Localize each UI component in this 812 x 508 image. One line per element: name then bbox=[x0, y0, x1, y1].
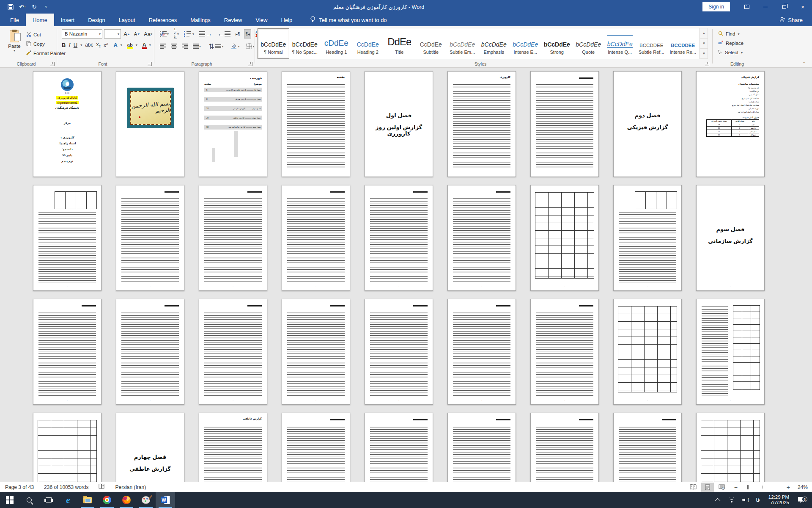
font-color-icon[interactable]: A bbox=[143, 42, 146, 48]
tab-review[interactable]: Review bbox=[217, 14, 249, 26]
page-thumbnail[interactable]: · bbox=[282, 413, 350, 482]
text-effects-icon[interactable]: A bbox=[113, 42, 117, 48]
bold-button[interactable]: B bbox=[62, 42, 66, 48]
tab-insert[interactable]: Insert bbox=[54, 14, 82, 26]
style-intense-ref[interactable]: BCCDDEEIntense Re... bbox=[667, 28, 699, 59]
page-thumbnail[interactable]: بسم الله الرحمن الرحیم bbox=[116, 71, 184, 177]
minimize-button[interactable] bbox=[756, 0, 775, 14]
collapse-ribbon-icon[interactable]: ⌃ bbox=[803, 61, 806, 66]
styles-dialog-launcher-icon[interactable] bbox=[705, 62, 709, 66]
underline-dropdown-icon[interactable]: ▾ bbox=[80, 43, 82, 47]
style-normal[interactable]: bCcDdEe¶ Normal bbox=[258, 28, 289, 59]
taskbar-button-edge[interactable]: e bbox=[58, 492, 78, 508]
web-layout-icon[interactable] bbox=[716, 483, 728, 492]
tray-language[interactable]: فا bbox=[752, 497, 763, 503]
page-thumbnail[interactable]: · bbox=[116, 299, 184, 405]
underline-button[interactable]: U bbox=[74, 42, 77, 48]
redo-icon[interactable]: ↻ bbox=[30, 2, 39, 11]
multilevel-list-icon[interactable]: ▾ bbox=[183, 29, 195, 39]
styles-more-icon[interactable]: ▼ bbox=[700, 49, 708, 59]
styles-scroll-up-icon[interactable]: ▲ bbox=[700, 28, 708, 39]
highlight-color-icon[interactable]: ab bbox=[127, 42, 133, 47]
page-thumbnail[interactable]: · bbox=[447, 185, 516, 291]
page-thumbnail[interactable]: · bbox=[447, 413, 516, 482]
tab-home[interactable]: Home bbox=[26, 14, 54, 26]
page-thumbnail[interactable]: · bbox=[365, 185, 433, 291]
numbering-icon[interactable]: 1—2—3—▾ bbox=[173, 29, 180, 39]
page-thumbnail[interactable]: مقدمه· bbox=[282, 71, 350, 177]
style-quote[interactable]: bCcDdEeQuote bbox=[573, 28, 604, 59]
page-thumbnail[interactable]: فصل اولگزارش اولین روز کارورزی· bbox=[365, 71, 433, 177]
page-thumbnail[interactable]: · bbox=[613, 185, 682, 291]
proofing-icon[interactable] bbox=[93, 483, 110, 491]
style-emphasis[interactable]: bCcDdEeEmphasis bbox=[478, 28, 510, 59]
ribbon-display-options-icon[interactable] bbox=[738, 0, 756, 14]
page-indicator[interactable]: Page 3 of 43 bbox=[0, 484, 39, 490]
page-thumbnail[interactable]: · bbox=[696, 299, 765, 405]
page-thumbnail[interactable]: · bbox=[530, 299, 599, 405]
tell-me-box[interactable]: Tell me what you want to do bbox=[310, 14, 387, 26]
toc-entry[interactable]: فصل پنجم ــــــــــــ گزارش فرآیند آموزش… bbox=[204, 125, 262, 130]
strikethrough-button[interactable]: abc bbox=[85, 42, 93, 48]
style-intense-em[interactable]: bCcDdEeIntense E... bbox=[510, 28, 541, 59]
page-thumbnail[interactable]: · bbox=[613, 413, 682, 482]
zoom-out-icon[interactable]: − bbox=[734, 484, 738, 491]
page-thumbnail[interactable]: · bbox=[365, 413, 433, 482]
select-button[interactable]: Select▾ bbox=[718, 48, 743, 57]
page-thumbnail[interactable]: فهرستموضوعصفحهفصل اول ــــــــــــ گزارش… bbox=[199, 71, 267, 177]
page-thumbnail[interactable]: فصل دومگزارش فیزیکی· bbox=[613, 71, 682, 177]
font-size-select[interactable]: ▾ bbox=[104, 29, 121, 39]
page-thumbnail[interactable]: ✺✺✺کانال کارورزیyarebename1@دانشگاه فرهن… bbox=[33, 71, 102, 177]
sign-in-button[interactable]: Sign in bbox=[702, 2, 730, 11]
page-thumbnail[interactable]: · bbox=[365, 299, 433, 405]
tab-design[interactable]: Design bbox=[81, 14, 112, 26]
style-subtle-ref[interactable]: BCCDDEESubtle Ref... bbox=[636, 28, 667, 59]
style-subtitle[interactable]: CcDdEeSubtitle bbox=[415, 28, 447, 59]
increase-indent-icon[interactable]: ← bbox=[217, 29, 231, 39]
share-button[interactable]: Share bbox=[779, 14, 812, 26]
shrink-font-icon[interactable]: A▼ bbox=[133, 29, 141, 39]
tab-file[interactable]: File bbox=[3, 14, 26, 26]
taskbar-button-chrome[interactable] bbox=[97, 492, 117, 508]
page-thumbnail[interactable]: فصل چهارمگزارش عاطفی· bbox=[116, 413, 184, 482]
page-thumbnail[interactable]: · bbox=[696, 413, 765, 482]
replace-button[interactable]: ab Replace bbox=[718, 39, 743, 47]
style-subtle-em[interactable]: bCcDdEeSubtle Em... bbox=[447, 28, 478, 59]
close-button[interactable]: × bbox=[793, 0, 812, 14]
rtl-direction-icon[interactable]: ¶◂ bbox=[244, 29, 251, 39]
ltr-direction-icon[interactable]: ▸¶ bbox=[235, 29, 241, 39]
page-thumbnail[interactable]: · bbox=[33, 299, 102, 405]
read-mode-icon[interactable] bbox=[687, 483, 700, 492]
taskbar-button-task-view[interactable] bbox=[39, 492, 58, 508]
page-thumbnail[interactable]: · bbox=[613, 299, 682, 405]
styles-scroll-down-icon[interactable]: ▼ bbox=[700, 39, 708, 49]
decrease-indent-icon[interactable]: → bbox=[198, 29, 213, 39]
page-thumbnail[interactable]: · bbox=[530, 71, 599, 177]
italic-button[interactable]: I bbox=[69, 41, 70, 48]
restore-button[interactable] bbox=[775, 0, 793, 14]
zoom-slider-thumb[interactable] bbox=[747, 485, 749, 489]
taskbar-button-file-explorer[interactable] bbox=[78, 492, 97, 508]
borders-icon[interactable]: ▾ bbox=[245, 41, 255, 51]
print-layout-icon[interactable] bbox=[701, 483, 714, 492]
align-left-icon[interactable] bbox=[159, 41, 167, 51]
save-icon[interactable] bbox=[6, 2, 15, 11]
paste-button[interactable]: Paste ▾ bbox=[5, 29, 24, 59]
taskbar-button-start[interactable] bbox=[0, 492, 19, 508]
document-canvas[interactable]: ✺✺✺کانال کارورزیyarebename1@دانشگاه فرهن… bbox=[0, 68, 812, 482]
tab-references[interactable]: References bbox=[142, 14, 184, 26]
taskbar-button-search[interactable] bbox=[19, 492, 39, 508]
page-thumbnail[interactable]: · bbox=[33, 413, 102, 482]
style-intense-q[interactable]: bCcDdEeIntense Q... bbox=[604, 28, 636, 59]
toc-entry[interactable]: فصل چهارم ــــــــــــ گزارش عاطفی28 bbox=[204, 116, 262, 120]
line-spacing-icon[interactable]: ⇅▾ bbox=[208, 41, 224, 51]
tray-chevron-up-icon[interactable] bbox=[712, 498, 724, 502]
style-title[interactable]: DdEeTitle bbox=[384, 28, 415, 59]
font-name-select[interactable]: B Nazanin ▾ bbox=[62, 29, 102, 39]
toc-entry[interactable]: فصل سوم ــــــــــــ گزارش سازمانی18 bbox=[204, 106, 262, 111]
tab-help[interactable]: Help bbox=[274, 14, 299, 26]
page-thumbnail[interactable]: · bbox=[282, 185, 350, 291]
change-case-icon[interactable]: Aa▾ bbox=[143, 29, 153, 39]
page-thumbnail[interactable]: فصل سومگزارش سازمانی· bbox=[696, 185, 765, 291]
shading-icon[interactable]: ▾ bbox=[230, 41, 240, 51]
